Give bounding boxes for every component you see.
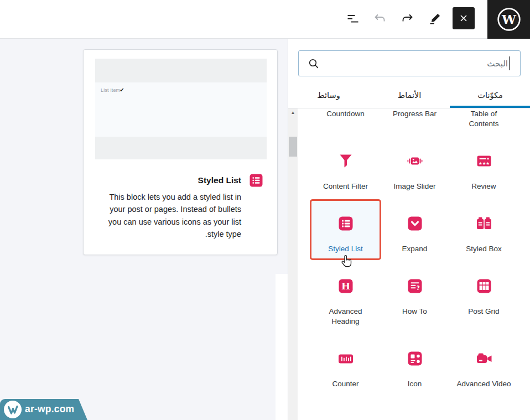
block-item-post-grid[interactable]: Post Grid (449, 262, 518, 335)
block-item-icon[interactable]: Icon (380, 335, 449, 397)
block-item-label: Content Filter (323, 182, 368, 191)
styled-list-icon (249, 173, 263, 188)
block-item-label: Image Slider (394, 182, 436, 191)
editor-canvas: List item✔ Styled (0, 39, 288, 420)
block-item-label: Icon (408, 379, 422, 389)
block-item-label: Table of Contents (456, 109, 512, 129)
block-item-label: Advanced Heading (318, 307, 373, 326)
watermark-text: ar-wp.com (25, 399, 74, 419)
watermark-badge: ar-wp.com (0, 399, 87, 420)
how-to-icon: ? (406, 277, 424, 295)
preview-list-item: List item✔ (101, 87, 124, 93)
preview-block-description: This block lets you add a styled list in… (102, 191, 241, 241)
counter-icon (336, 349, 355, 368)
advanced-heading-icon: H (336, 277, 355, 295)
undo-icon (373, 12, 387, 25)
block-item-label: Advanced Video (456, 379, 511, 389)
block-preview-card: List item✔ Styled (83, 49, 278, 255)
blocks-grid: Countdown Progress Bar Table of Contents (311, 108, 518, 397)
block-item-countdown[interactable]: Countdown (311, 108, 380, 137)
block-item-table-of-contents[interactable]: Table of Contents (449, 108, 518, 137)
image-slider-icon (406, 152, 424, 170)
list-view-button[interactable] (342, 8, 363, 29)
block-item-label: Styled Box (466, 244, 502, 254)
preview-block-title: Styled List (198, 175, 241, 185)
icon-block-icon (406, 349, 424, 368)
wordpress-logo-button[interactable]: W (487, 0, 530, 39)
styled-list-icon (336, 214, 355, 233)
edit-pencil-icon (428, 12, 441, 25)
block-item-label: Expand (402, 244, 428, 254)
block-item-styled-list[interactable]: Styled List (311, 200, 380, 262)
svg-text:★★★: ★★★ (478, 161, 489, 166)
undo-button[interactable] (370, 8, 391, 29)
block-item-label: Counter (332, 379, 358, 389)
tab-blocks[interactable]: مكوّنات (450, 82, 530, 108)
advanced-video-icon (475, 349, 493, 368)
block-item-label: How To (402, 307, 427, 317)
ar-wp-logo-icon (4, 401, 22, 418)
text-caret (509, 56, 510, 70)
preview-band: List item✔ (95, 82, 267, 137)
expand-icon (406, 214, 424, 233)
block-item-label: Review (471, 182, 496, 191)
tab-media[interactable]: وسائط (288, 82, 369, 108)
content-filter-icon (336, 152, 355, 170)
inserter-tabs: وسائط الأنماط مكوّنات (288, 82, 530, 108)
svg-text:?: ? (416, 284, 419, 291)
list-view-icon (346, 12, 360, 25)
block-inserter-panel: وسائط الأنماط مكوّنات ▲ Countdown (288, 39, 530, 420)
block-item-how-to[interactable]: ? How To (380, 262, 449, 335)
block-item-advanced-heading[interactable]: H Advanced Heading (311, 262, 380, 335)
check-icon: ✔ (119, 87, 124, 93)
redo-button[interactable] (397, 8, 418, 29)
block-item-styled-box[interactable]: Styled Box (449, 200, 518, 262)
scrollbar-up-arrow[interactable]: ▲ (288, 110, 298, 115)
blocks-scroll-area: ▲ Countdown Progress Bar (288, 108, 530, 420)
block-item-counter[interactable]: Counter (311, 335, 380, 397)
block-item-progress-bar[interactable]: Progress Bar (380, 108, 449, 137)
block-item-review[interactable]: ★★★ Review (449, 137, 518, 200)
canvas-page-edge (276, 274, 288, 420)
block-preview-visual: List item✔ (95, 59, 267, 159)
block-editor: W List item✔ (0, 0, 530, 420)
redo-icon (401, 12, 414, 25)
close-inserter-button[interactable] (453, 7, 475, 29)
preview-band (95, 137, 267, 159)
scrollbar[interactable]: ▲ (288, 108, 298, 420)
editor-header: W (0, 0, 530, 39)
svg-text:H: H (341, 281, 350, 292)
block-item-expand[interactable]: Expand (380, 200, 449, 262)
block-item-image-slider[interactable]: Image Slider (380, 137, 449, 200)
preview-header: Styled List (97, 173, 263, 188)
edit-mode-button[interactable] (424, 8, 445, 29)
post-grid-icon (475, 277, 493, 295)
close-icon (457, 12, 470, 25)
tab-patterns[interactable]: الأنماط (369, 82, 450, 108)
review-icon: ★★★ (475, 152, 493, 170)
wordpress-logo-icon: W (496, 7, 522, 32)
styled-box-icon (475, 214, 493, 233)
block-item-label: Progress Bar (393, 109, 437, 119)
scrollbar-thumb[interactable] (289, 137, 297, 157)
svg-text:W: W (501, 12, 517, 27)
block-item-label: Post Grid (468, 307, 499, 317)
block-item-label: Countdown (326, 109, 364, 119)
preview-band (95, 59, 267, 82)
block-item-advanced-video[interactable]: Advanced Video (449, 335, 518, 397)
block-item-label: Styled List (328, 244, 362, 254)
block-item-content-filter[interactable]: Content Filter (311, 137, 380, 200)
search-input[interactable] (299, 51, 520, 76)
search-box (298, 50, 521, 76)
